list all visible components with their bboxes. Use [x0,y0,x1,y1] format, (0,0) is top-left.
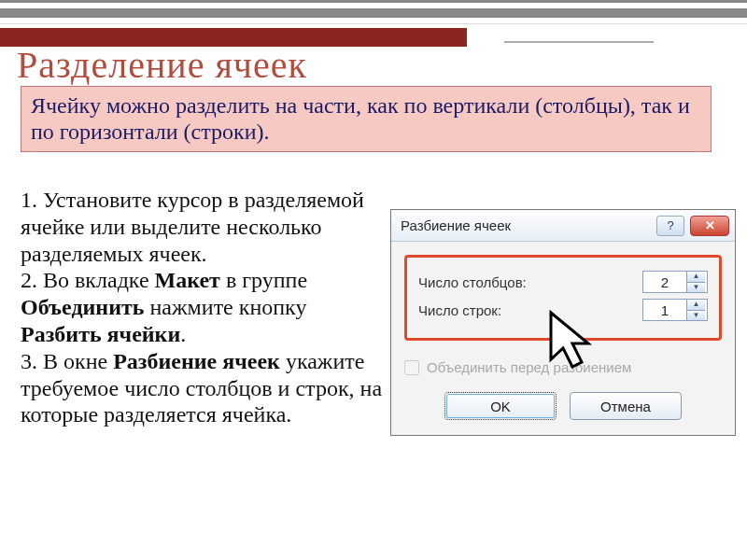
columns-spin-up[interactable]: ▲ [687,272,705,283]
dialog-body: Число столбцов: ▲ ▼ Число строк: [391,242,735,435]
rows-spin-buttons: ▲ ▼ [686,300,705,320]
slide-top-border [0,0,747,24]
close-button[interactable]: ✕ [690,216,729,236]
slide: Разделение ячеек Ячейку можно разделить … [0,0,747,560]
step-2-part1: 2. Во вкладке [21,268,155,292]
columns-spin-down[interactable]: ▼ [687,283,705,293]
step-3-bold-window: Разбиение ячеек [113,349,280,373]
columns-spin-buttons: ▲ ▼ [686,272,705,292]
step-3-part1: 3. В окне [21,349,113,373]
step-2-bold-unite: Объединить [21,295,145,319]
steps-text: 1. Установите курсор в разделяемой ячейк… [21,187,385,428]
highlight-box: Число столбцов: ▲ ▼ Число строк: [404,255,722,341]
rows-label: Число строк: [418,302,633,318]
dialog-titlebar[interactable]: Разбиение ячеек ? ✕ [391,210,735,242]
rows-input[interactable] [643,302,686,318]
step-2-part2: в группе [220,268,307,292]
step-2-part4: . [180,322,186,346]
columns-input[interactable] [643,274,686,290]
slide-title: Разделение ячеек [17,43,307,87]
help-icon: ? [667,218,673,232]
split-cells-dialog: Разбиение ячеек ? ✕ Число столбцов: ▲ ▼ [390,209,726,436]
info-box: Ячейку можно разделить на части, как по … [21,86,712,152]
close-icon: ✕ [705,218,715,232]
cancel-button[interactable]: Отмена [570,392,682,420]
merge-before-split-row: Объединить перед разбиением [404,359,722,375]
step-2-bold-split: Разбить ячейки [21,322,180,346]
merge-label: Объединить перед разбиением [427,359,631,375]
step-2-part3: нажмите кнопку [145,295,307,319]
ok-button[interactable]: OK [444,392,557,420]
rows-row: Число строк: ▲ ▼ [418,299,708,321]
rows-spin-up[interactable]: ▲ [687,300,705,311]
step-2-bold-maket: Макет [155,268,220,292]
merge-checkbox[interactable] [404,360,419,375]
dialog-title: Разбиение ячеек [397,217,651,233]
rows-spin-down[interactable]: ▼ [687,311,705,321]
rows-spinner[interactable]: ▲ ▼ [642,299,708,321]
help-button[interactable]: ? [656,216,684,236]
dialog-frame: Разбиение ячеек ? ✕ Число столбцов: ▲ ▼ [390,209,736,436]
columns-row: Число столбцов: ▲ ▼ [418,271,708,293]
thin-line [504,41,654,43]
dialog-button-row: OK Отмена [404,392,722,420]
step-1: 1. Установите курсор в разделяемой ячейк… [21,188,364,266]
columns-spinner[interactable]: ▲ ▼ [642,271,708,293]
columns-label: Число столбцов: [418,274,633,290]
